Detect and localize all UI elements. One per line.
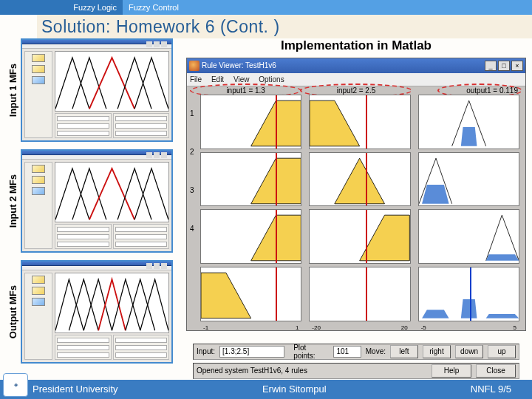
svg-marker-10 [460,299,477,318]
svg-marker-4 [335,158,385,204]
move-right-button[interactable]: right [423,345,451,358]
close-panel-button[interactable]: Close [476,364,516,378]
mf-label-output: Output MFs [7,285,21,338]
svg-marker-2 [460,127,477,146]
slide-title: Solution: Homework 6 (Cont. ) [37,15,532,38]
rule-viewer-title: Rule Viewer: TestH1v6 [202,61,276,69]
rule-cell[interactable] [200,267,301,321]
topbar-section-left: Fuzzy Logic [0,0,123,15]
rule-cell[interactable] [309,95,410,149]
axis-out: -55 [418,324,519,333]
topbar: Fuzzy Logic Fuzzy Control [0,0,532,15]
mf-label-input2: Input 2 MFs [7,174,21,228]
move-down-button[interactable]: down [455,345,483,358]
minimize-button[interactable]: _ [485,61,497,71]
mf-block-input2: Input 2 MFs [7,149,173,253]
left-column: Input 1 MFs [7,38,173,380]
title-row: Solution: Homework 6 (Cont. ) [0,15,532,38]
header-output1: output1 = 0.119 [415,86,518,95]
footer-center: Erwin Sitompul [262,380,327,399]
row-num-1: 1 [190,109,194,117]
menu-file[interactable]: File [190,75,202,83]
rule-cell[interactable] [309,209,410,264]
rule-viewer-titlebar: Rule Viewer: TestH1v6 _ □ × [187,58,525,73]
move-up-button[interactable]: up [488,345,516,358]
menu-options[interactable]: Options [259,75,284,83]
mf-panel-input1 [21,38,173,142]
plot-points-field[interactable]: 101 [333,346,361,358]
mf-block-output: Output MFs [7,260,173,364]
rule-viewer-form: Input: [1.3;2.5] Plot points: 101 Move: … [187,339,525,383]
move-label: Move: [366,347,386,355]
svg-marker-5 [422,185,449,204]
right-column: Implementation in Matlab Rule Viewer: Te… [186,38,526,380]
header-input1: input1 = 1.3 [194,86,297,95]
footer: ◈ President University Erwin Sitompul NN… [0,380,532,399]
input-label: Input: [197,347,215,355]
input-field[interactable]: [1.3;2.5] [219,346,284,358]
matlab-icon [189,61,200,71]
rule-cell[interactable] [200,152,301,207]
rule-cell[interactable] [418,152,519,207]
axis-in2: -2020 [309,324,410,333]
university-logo: ◈ [3,373,28,397]
row-num-3: 3 [190,186,194,194]
footer-right: NNFL 9/5 [471,380,511,399]
row-num-2: 2 [190,148,194,156]
maximize-button[interactable]: □ [498,61,510,71]
menu-edit[interactable]: Edit [211,75,224,83]
rule-cell[interactable] [309,267,410,321]
header-input2: input2 = 2.5 [304,86,407,95]
move-left-button[interactable]: left [390,345,418,358]
svg-marker-12 [485,314,519,318]
svg-marker-7 [360,215,410,261]
content-area: Input 1 MFs [7,38,526,380]
rule-cell[interactable] [309,152,410,207]
mf-label-input1: Input 1 MFs [7,64,21,117]
rule-cell[interactable] [200,209,301,264]
mf-block-input1: Input 1 MFs [7,38,173,142]
help-button[interactable]: Help [432,364,471,378]
rule-viewer-menubar: File Edit View Options [187,73,525,86]
rule-viewer-window: Rule Viewer: TestH1v6 _ □ × File Edit Vi… [186,58,526,331]
rule-viewer-header: input1 = 1.3 input2 = 2.5 output1 = 0.11… [187,86,525,95]
axis-in1: -11 [200,324,301,333]
svg-marker-8 [485,255,519,262]
rule-cell[interactable] [200,95,301,149]
topbar-section-right: Fuzzy Control [123,0,532,15]
svg-marker-11 [422,310,449,318]
status-text: Opened system TestH1v6, 4 rules [197,366,307,375]
rule-cell[interactable] [418,267,519,321]
mf-panel-input2 [21,149,173,253]
mf-panel-output [21,260,173,364]
svg-marker-9 [201,273,251,318]
plot-points-label: Plot points: [293,344,329,360]
svg-marker-1 [310,100,360,146]
rule-cell[interactable] [418,95,519,149]
close-button[interactable]: × [511,61,523,71]
rule-cell[interactable] [418,209,519,264]
row-num-4: 4 [190,225,194,233]
rule-viewer-grid: 1 2 3 4 [187,95,525,339]
footer-left: President University [33,380,118,399]
implementation-title: Implementation in Matlab [186,38,526,53]
menu-view[interactable]: View [233,75,250,83]
